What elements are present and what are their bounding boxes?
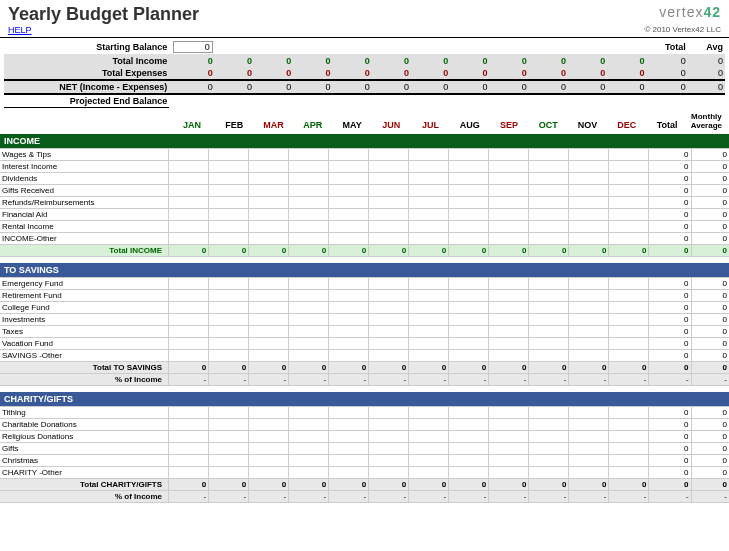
total-income-row: Total Income 000000000000 00 <box>4 54 725 67</box>
summary-table: Starting Balance 0 Total Avg Total Incom… <box>4 40 725 132</box>
data-row: Christmas00 <box>0 454 729 466</box>
data-row: SAVINGS -Other00 <box>0 349 729 361</box>
data-row: INCOME-Other00 <box>0 232 729 244</box>
data-row: Dividends00 <box>0 172 729 184</box>
projected-row: Projected End Balance <box>4 94 725 108</box>
savings-section-header: TO SAVINGS <box>0 263 729 277</box>
data-row: Emergency Fund00 <box>0 277 729 289</box>
data-row: Interest Income00 <box>0 160 729 172</box>
data-row: CHARITY -Other00 <box>0 466 729 478</box>
data-row: Investments00 <box>0 313 729 325</box>
pct-of-income-row: % of Income-------------- <box>0 373 729 385</box>
month-headers: JAN FEB MAR APR MAY JUN JUL AUG SEP OCT … <box>4 108 725 132</box>
data-row: Religious Donations00 <box>0 430 729 442</box>
savings-table: Emergency Fund00Retirement Fund00College… <box>0 277 729 386</box>
help-link[interactable]: HELP <box>8 25 32 35</box>
data-row: College Fund00 <box>0 301 729 313</box>
income-section-header: INCOME <box>0 134 729 148</box>
data-row: Gifts Received00 <box>0 184 729 196</box>
net-row: NET (Income - Expenses) 000000000000 00 <box>4 80 725 94</box>
section-total-row: Total CHARITY/GIFTS00000000000000 <box>0 478 729 490</box>
total-expenses-row: Total Expenses 000000000000 00 <box>4 67 725 80</box>
data-row: Vacation Fund00 <box>0 337 729 349</box>
avg-header: Avg <box>688 40 725 54</box>
data-row: Charitable Donations00 <box>0 418 729 430</box>
section-total-row: Total TO SAVINGS00000000000000 <box>0 361 729 373</box>
data-row: Financial Aid00 <box>0 208 729 220</box>
vertex42-logo: vertex42 <box>659 4 721 20</box>
data-row: Tithing00 <box>0 406 729 418</box>
data-row: Taxes00 <box>0 325 729 337</box>
charity-table: Tithing00Charitable Donations00Religious… <box>0 406 729 503</box>
page-title: Yearly Budget Planner <box>8 4 199 25</box>
starting-balance-input[interactable]: 0 <box>173 41 213 53</box>
charity-section-header: CHARITY/GIFTS <box>0 392 729 406</box>
copyright: © 2010 Vertex42 LLC <box>644 25 721 35</box>
data-row: Wages & Tips00 <box>0 148 729 160</box>
section-total-row: Total INCOME00000000000000 <box>0 244 729 256</box>
data-row: Retirement Fund00 <box>0 289 729 301</box>
data-row: Refunds/Reimbursements00 <box>0 196 729 208</box>
data-row: Rental Income00 <box>0 220 729 232</box>
total-header: Total <box>646 40 687 54</box>
pct-of-income-row: % of Income-------------- <box>0 490 729 502</box>
starting-balance-label: Starting Balance <box>4 40 169 54</box>
income-table: Wages & Tips00Interest Income00Dividends… <box>0 148 729 257</box>
data-row: Gifts00 <box>0 442 729 454</box>
